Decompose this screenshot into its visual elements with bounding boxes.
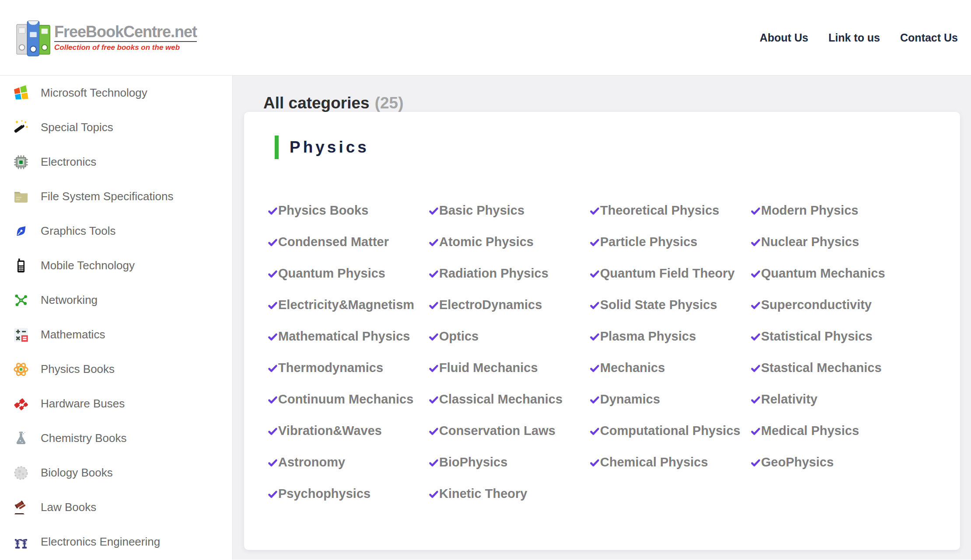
check-icon <box>590 395 600 405</box>
check-icon <box>429 269 439 279</box>
category-link-computational-physics[interactable]: Computational Physics <box>590 424 751 438</box>
category-link-thermodynamics[interactable]: Thermodynamics <box>268 361 429 375</box>
category-link-label: Psychophysics <box>278 487 370 501</box>
category-link-biophysics[interactable]: BioPhysics <box>429 455 590 470</box>
category-link-label: Theoretical Physics <box>600 203 719 218</box>
cell-icon <box>13 465 29 481</box>
category-link-medical-physics[interactable]: Medical Physics <box>751 424 912 438</box>
sidebar-item-hardware-buses[interactable]: Hardware Buses <box>0 386 232 421</box>
category-link-superconductivity[interactable]: Superconductivity <box>751 298 912 312</box>
sidebar-item-electronics[interactable]: Electronics <box>0 145 232 179</box>
category-link-label: Vibration&Waves <box>278 424 382 438</box>
category-link-label: Radiation Physics <box>439 266 548 281</box>
card-title: Physics <box>290 138 369 157</box>
sidebar-item-label: Biology Books <box>41 466 113 480</box>
category-link-label: Medical Physics <box>761 424 859 438</box>
sidebar-item-physics-books[interactable]: Physics Books <box>0 352 232 386</box>
category-link-label: Kinetic Theory <box>439 487 527 501</box>
sidebar-item-networking[interactable]: Networking <box>0 283 232 317</box>
sidebar-item-label: File System Specifications <box>41 190 173 203</box>
sidebar-item-chemistry-books[interactable]: Chemistry Books <box>0 421 232 456</box>
category-link-mechanics[interactable]: Mechanics <box>590 361 751 375</box>
category-link-electricity-magnetism[interactable]: Electricity&Magnetism <box>268 298 429 312</box>
category-link-basic-physics[interactable]: Basic Physics <box>429 203 590 218</box>
category-link-plasma-physics[interactable]: Plasma Physics <box>590 329 751 344</box>
sidebar: Microsoft TechnologySpecial TopicsElectr… <box>0 76 233 560</box>
category-link-radiation-physics[interactable]: Radiation Physics <box>429 266 590 281</box>
check-icon <box>429 206 439 216</box>
sidebar-item-mobile-technology[interactable]: Mobile Technology <box>0 248 232 283</box>
check-icon <box>268 426 278 436</box>
category-link-statistical-physics[interactable]: Statistical Physics <box>751 329 912 344</box>
check-icon <box>429 395 439 405</box>
category-link-label: Atomic Physics <box>439 235 534 249</box>
sidebar-item-biology-books[interactable]: Biology Books <box>0 456 232 490</box>
sidebar-item-graphics-tools[interactable]: Graphics Tools <box>0 214 232 248</box>
header: FreeBookCentre.net Collection of free bo… <box>0 0 971 76</box>
sidebar-item-law-books[interactable]: Law Books <box>0 490 232 525</box>
check-icon <box>429 489 439 499</box>
nav-link-link-to-us[interactable]: Link to us <box>828 31 880 44</box>
category-link-vibration-waves[interactable]: Vibration&Waves <box>268 424 429 438</box>
category-link-label: Physics Books <box>278 203 368 218</box>
check-icon <box>268 206 278 216</box>
category-link-quantum-field-theory[interactable]: Quantum Field Theory <box>590 266 751 281</box>
logo-text: FreeBookCentre.net Collection of free bo… <box>54 23 197 52</box>
calculator-icon <box>13 327 29 343</box>
category-link-label: Thermodynamics <box>278 361 383 375</box>
category-link-particle-physics[interactable]: Particle Physics <box>590 235 751 249</box>
category-link-label: Basic Physics <box>439 203 524 218</box>
category-link-quantum-physics[interactable]: Quantum Physics <box>268 266 429 281</box>
sidebar-item-mathematics[interactable]: Mathematics <box>0 317 232 352</box>
category-link-physics-books[interactable]: Physics Books <box>268 203 429 218</box>
category-link-geophysics[interactable]: GeoPhysics <box>751 455 912 470</box>
category-link-astronomy[interactable]: Astronomy <box>268 455 429 470</box>
category-link-chemical-physics[interactable]: Chemical Physics <box>590 455 751 470</box>
category-link-conservation-laws[interactable]: Conservation Laws <box>429 424 590 438</box>
category-link-label: Fluid Mechanics <box>439 361 538 375</box>
category-count: (25) <box>375 94 404 112</box>
sidebar-item-microsoft-technology[interactable]: Microsoft Technology <box>0 76 232 110</box>
category-link-label: Statistical Physics <box>761 329 873 344</box>
check-icon <box>268 332 278 342</box>
category-link-quantum-mechanics[interactable]: Quantum Mechanics <box>751 266 912 281</box>
sidebar-item-label: Physics Books <box>41 362 115 376</box>
site-logo[interactable]: FreeBookCentre.net Collection of free bo… <box>16 17 197 58</box>
category-link-optics[interactable]: Optics <box>429 329 590 344</box>
check-icon <box>590 458 600 468</box>
check-icon <box>268 237 278 247</box>
check-icon <box>590 332 600 342</box>
check-icon <box>268 300 278 310</box>
category-link-relativity[interactable]: Relativity <box>751 392 912 407</box>
category-link-classical-mechanics[interactable]: Classical Mechanics <box>429 392 590 407</box>
check-icon <box>751 300 761 310</box>
category-link-atomic-physics[interactable]: Atomic Physics <box>429 235 590 249</box>
check-icon <box>751 426 761 436</box>
category-link-label: Quantum Mechanics <box>761 266 885 281</box>
category-link-continuum-mechanics[interactable]: Continuum Mechanics <box>268 392 429 407</box>
sidebar-item-electronics-engineering[interactable]: Electronics Engineering <box>0 525 232 559</box>
sidebar-item-label: Electronics Engineering <box>41 535 160 549</box>
category-link-electrodynamics[interactable]: ElectroDynamics <box>429 298 590 312</box>
category-link-dynamics[interactable]: Dynamics <box>590 392 751 407</box>
check-icon <box>429 237 439 247</box>
category-link-stastical-mechanics[interactable]: Stastical Mechanics <box>751 361 912 375</box>
category-link-condensed-matter[interactable]: Condensed Matter <box>268 235 429 249</box>
nav-link-about-us[interactable]: About Us <box>760 31 808 44</box>
sidebar-item-special-topics[interactable]: Special Topics <box>0 110 232 145</box>
check-icon <box>429 363 439 373</box>
category-link-kinetic-theory[interactable]: Kinetic Theory <box>429 487 590 501</box>
category-link-theoretical-physics[interactable]: Theoretical Physics <box>590 203 751 218</box>
category-link-nuclear-physics[interactable]: Nuclear Physics <box>751 235 912 249</box>
category-link-solid-state-physics[interactable]: Solid State Physics <box>590 298 751 312</box>
category-link-fluid-mechanics[interactable]: Fluid Mechanics <box>429 361 590 375</box>
category-link-modern-physics[interactable]: Modern Physics <box>751 203 912 218</box>
category-link-label: Optics <box>439 329 479 344</box>
nav-link-contact-us[interactable]: Contact Us <box>900 31 958 44</box>
category-link-label: ElectroDynamics <box>439 298 542 312</box>
sidebar-item-file-system-specifications[interactable]: File System Specifications <box>0 179 232 214</box>
category-link-mathematical-physics[interactable]: Mathematical Physics <box>268 329 429 344</box>
pen-nib-icon <box>13 223 29 239</box>
category-link-label: Continuum Mechanics <box>278 392 413 407</box>
category-link-psychophysics[interactable]: Psychophysics <box>268 487 429 501</box>
